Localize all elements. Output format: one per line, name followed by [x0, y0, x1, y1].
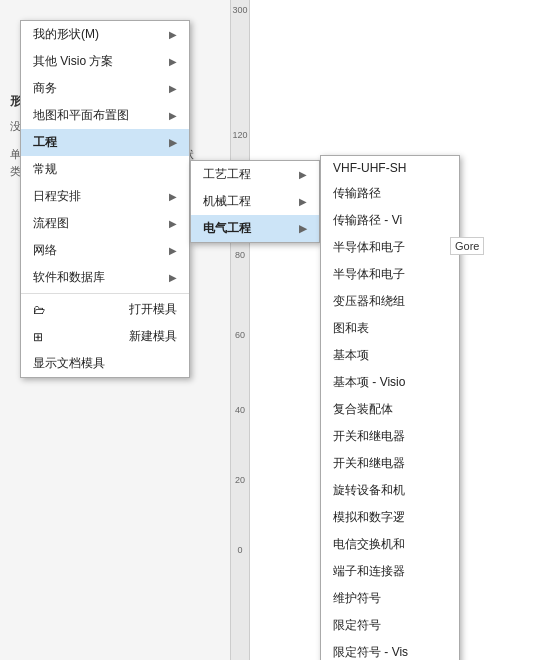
mech-eng-arrow-icon: ▶ [299, 196, 307, 207]
semiconductor1-label: 半导体和电子 [333, 239, 405, 256]
mech-eng-label: 机械工程 [203, 193, 251, 210]
menu-level3-electrical: VHF-UHF-SH 传输路径 传输路径 - Vi 半导体和电子 半导体和电子 … [320, 155, 460, 660]
other-visio-label: 其他 Visio 方案 [33, 53, 113, 70]
menu-item-my-shapes[interactable]: 我的形状(M) ▶ [21, 21, 189, 48]
telecom-label: 电信交换机和 [333, 536, 405, 553]
open-stencil-icon: 🗁 [33, 303, 45, 317]
ruler-vertical: 300 120 100 80 60 40 20 0 [230, 0, 250, 660]
menu-item-semiconductor2[interactable]: 半导体和电子 [321, 261, 459, 288]
ruler-mark-60: 60 [231, 330, 249, 340]
menu-item-electrical-eng[interactable]: 电气工程 ▶ [191, 215, 319, 242]
schedule-label: 日程安排 [33, 188, 81, 205]
menu-item-analog-digital[interactable]: 模拟和数字逻 [321, 504, 459, 531]
new-stencil-icon: ⊞ [33, 330, 43, 344]
basic-label: 基本项 [333, 347, 369, 364]
menu-item-business[interactable]: 商务 ▶ [21, 75, 189, 102]
electrical-eng-label: 电气工程 [203, 220, 251, 237]
show-document-stencil-label: 显示文档模具 [33, 355, 105, 372]
switch-relay1-label: 开关和继电器 [333, 428, 405, 445]
menu-item-network[interactable]: 网络 ▶ [21, 237, 189, 264]
menu-item-engineering[interactable]: 工程 ▶ [21, 129, 189, 156]
my-shapes-arrow-icon: ▶ [169, 29, 177, 40]
analog-digital-label: 模拟和数字逻 [333, 509, 405, 526]
process-eng-label: 工艺工程 [203, 166, 251, 183]
menu-item-general[interactable]: 常规 [21, 156, 189, 183]
ruler-mark-120: 120 [231, 130, 249, 140]
ruler-mark-0: 0 [231, 545, 249, 555]
menu-item-flowchart[interactable]: 流程图 ▶ [21, 210, 189, 237]
menu-item-qualifier-vis[interactable]: 限定符号 - Vis [321, 639, 459, 660]
menu-item-show-document-stencil[interactable]: 显示文档模具 [21, 350, 189, 377]
switch-relay2-label: 开关和继电器 [333, 455, 405, 472]
vhf-label: VHF-UHF-SH [333, 161, 406, 175]
engineering-label: 工程 [33, 134, 57, 151]
menu-item-terminal-connector[interactable]: 端子和连接器 [321, 558, 459, 585]
composite-label: 复合装配体 [333, 401, 393, 418]
menu-item-basic[interactable]: 基本项 [321, 342, 459, 369]
menu-item-transmission-path[interactable]: 传输路径 [321, 180, 459, 207]
network-arrow-icon: ▶ [169, 245, 177, 256]
flowchart-label: 流程图 [33, 215, 69, 232]
terminal-connector-label: 端子和连接器 [333, 563, 405, 580]
schedule-arrow-icon: ▶ [169, 191, 177, 202]
menu-item-maps[interactable]: 地图和平面布置图 ▶ [21, 102, 189, 129]
gore-label: Gore [450, 237, 484, 255]
ruler-mark-40: 40 [231, 405, 249, 415]
menu-item-rotating-device[interactable]: 旋转设备和机 [321, 477, 459, 504]
business-arrow-icon: ▶ [169, 83, 177, 94]
business-label: 商务 [33, 80, 57, 97]
software-label: 软件和数据库 [33, 269, 105, 286]
ruler-mark-80: 80 [231, 250, 249, 260]
menu-item-schedule[interactable]: 日程安排 ▶ [21, 183, 189, 210]
other-visio-arrow-icon: ▶ [169, 56, 177, 67]
engineering-arrow-icon: ▶ [169, 137, 177, 148]
electrical-eng-arrow-icon: ▶ [299, 223, 307, 234]
menu-item-vhf[interactable]: VHF-UHF-SH [321, 156, 459, 180]
menu-item-transmission-path-vi[interactable]: 传输路径 - Vi [321, 207, 459, 234]
menu-item-new-stencil[interactable]: ⊞ 新建模具 [21, 323, 189, 350]
process-eng-arrow-icon: ▶ [299, 169, 307, 180]
menu-item-process-eng[interactable]: 工艺工程 ▶ [191, 161, 319, 188]
qualifier-label: 限定符号 [333, 617, 381, 634]
menu-item-qualifier[interactable]: 限定符号 [321, 612, 459, 639]
new-stencil-label: 新建模具 [129, 328, 177, 345]
general-label: 常规 [33, 161, 57, 178]
menu-item-basic-visio[interactable]: 基本项 - Visio [321, 369, 459, 396]
charts-label: 图和表 [333, 320, 369, 337]
transmission-path-vi-label: 传输路径 - Vi [333, 212, 402, 229]
maps-label: 地图和平面布置图 [33, 107, 129, 124]
menu-item-software[interactable]: 软件和数据库 ▶ [21, 264, 189, 291]
maps-arrow-icon: ▶ [169, 110, 177, 121]
menu-item-telecom[interactable]: 电信交换机和 [321, 531, 459, 558]
maintenance-label: 维护符号 [333, 590, 381, 607]
open-stencil-label: 打开模具 [129, 301, 177, 318]
menu-item-transformer[interactable]: 变压器和绕组 [321, 288, 459, 315]
transmission-path-label: 传输路径 [333, 185, 381, 202]
rotating-device-label: 旋转设备和机 [333, 482, 405, 499]
menu-item-maintenance[interactable]: 维护符号 [321, 585, 459, 612]
menu-level1: 我的形状(M) ▶ 其他 Visio 方案 ▶ 商务 ▶ 地图和平面布置图 ▶ … [20, 20, 190, 378]
my-shapes-label: 我的形状(M) [33, 26, 99, 43]
qualifier-vis-label: 限定符号 - Vis [333, 644, 408, 660]
basic-visio-label: 基本项 - Visio [333, 374, 405, 391]
software-arrow-icon: ▶ [169, 272, 177, 283]
semiconductor2-label: 半导体和电子 [333, 266, 405, 283]
menu-item-switch-relay2[interactable]: 开关和继电器 [321, 450, 459, 477]
menu-item-open-stencil[interactable]: 🗁 打开模具 [21, 296, 189, 323]
menu-level2-engineering: 工艺工程 ▶ 机械工程 ▶ 电气工程 ▶ [190, 160, 320, 243]
menu-item-charts[interactable]: 图和表 [321, 315, 459, 342]
menu-item-composite[interactable]: 复合装配体 [321, 396, 459, 423]
menu-item-mech-eng[interactable]: 机械工程 ▶ [191, 188, 319, 215]
menu-separator-1 [21, 293, 189, 294]
network-label: 网络 [33, 242, 57, 259]
menu-item-other-visio[interactable]: 其他 Visio 方案 ▶ [21, 48, 189, 75]
ruler-mark-300: 300 [231, 5, 249, 15]
transformer-label: 变压器和绕组 [333, 293, 405, 310]
ruler-mark-20: 20 [231, 475, 249, 485]
menu-item-semiconductor1[interactable]: 半导体和电子 [321, 234, 459, 261]
menu-item-switch-relay1[interactable]: 开关和继电器 [321, 423, 459, 450]
flowchart-arrow-icon: ▶ [169, 218, 177, 229]
